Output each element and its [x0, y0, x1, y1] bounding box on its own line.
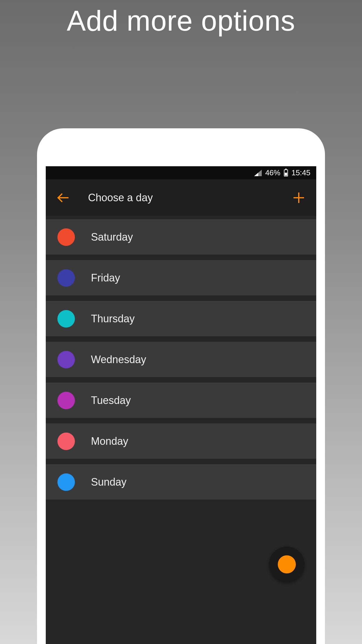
- day-label: Monday: [91, 435, 128, 447]
- app-bar-title: Choose a day: [88, 192, 153, 204]
- device-frame: 46% 15:45 Choose a day Saturday Frid: [37, 128, 325, 644]
- list-item-saturday[interactable]: Saturday: [46, 219, 316, 255]
- color-dot-icon: [57, 351, 75, 368]
- color-dot-icon: [57, 473, 75, 491]
- fab-spin-button[interactable]: [269, 547, 305, 582]
- color-dot-icon: [57, 269, 75, 287]
- pinwheel-icon: [278, 555, 296, 573]
- back-button[interactable]: [56, 190, 71, 205]
- day-label: Wednesday: [91, 354, 146, 366]
- list-item-thursday[interactable]: Thursday: [46, 301, 316, 337]
- list-item-monday[interactable]: Monday: [46, 424, 316, 459]
- day-label: Friday: [91, 272, 120, 284]
- color-dot-icon: [57, 392, 75, 409]
- promo-title: Add more options: [0, 0, 362, 37]
- device-screen: 46% 15:45 Choose a day Saturday Frid: [46, 166, 316, 644]
- app-bar: Choose a day: [46, 179, 316, 216]
- color-dot-icon: [57, 310, 75, 328]
- status-bar: 46% 15:45: [46, 166, 316, 179]
- battery-percent: 46%: [265, 168, 280, 177]
- day-label: Sunday: [91, 476, 126, 488]
- status-time: 15:45: [291, 168, 310, 177]
- day-label: Tuesday: [91, 394, 131, 407]
- battery-icon: [284, 169, 288, 176]
- day-label: Thursday: [91, 313, 135, 325]
- signal-icon: [254, 170, 262, 176]
- day-list: Saturday Friday Thursday Wednesday Tuesd…: [46, 216, 316, 500]
- list-item-sunday[interactable]: Sunday: [46, 464, 316, 500]
- back-arrow-icon: [58, 192, 68, 203]
- list-item-friday[interactable]: Friday: [46, 260, 316, 296]
- add-button[interactable]: [291, 190, 306, 205]
- day-label: Saturday: [91, 231, 133, 243]
- list-item-wednesday[interactable]: Wednesday: [46, 342, 316, 377]
- color-dot-icon: [57, 433, 75, 450]
- color-dot-icon: [57, 228, 75, 246]
- plus-icon: [294, 192, 304, 203]
- list-item-tuesday[interactable]: Tuesday: [46, 383, 316, 418]
